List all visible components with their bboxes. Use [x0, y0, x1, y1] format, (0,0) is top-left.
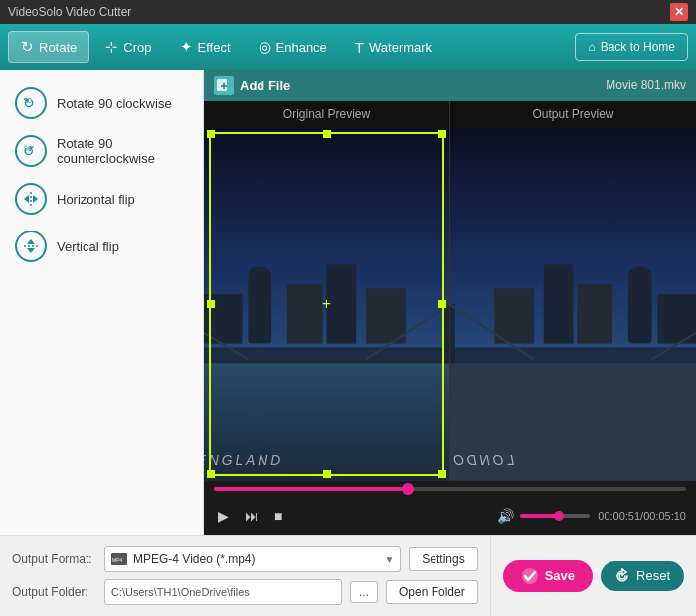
svg-marker-8 — [27, 239, 35, 244]
dropdown-arrow-icon: ▼ — [384, 554, 394, 565]
rotate-tab[interactable]: ↻ Rotate — [8, 31, 89, 63]
vflip-icon — [15, 231, 47, 262]
main-area: ↻ 90 Rotate 90 clockwise ↺ 90 Rotate 90 … — [0, 70, 696, 535]
output-folder-row: Output Folder: C:\Users\TH1\OneDrive\fil… — [12, 579, 478, 605]
rotate-icon: ↻ — [21, 38, 34, 56]
play-button[interactable]: ▶ — [214, 506, 233, 526]
rotate-label: Rotate — [39, 40, 77, 55]
crop-tab[interactable]: ⊹ Crop — [93, 32, 163, 62]
svg-rect-35 — [577, 284, 612, 343]
left-panel: ↻ 90 Rotate 90 clockwise ↺ 90 Rotate 90 … — [0, 70, 204, 535]
bottom-actions: Save Reset — [490, 536, 696, 616]
stop-button[interactable]: ■ — [270, 506, 286, 526]
original-preview-label: Original Preview — [204, 101, 449, 127]
save-button[interactable]: Save — [503, 560, 593, 592]
time-current: 00:00:51 — [598, 510, 640, 522]
svg-marker-5 — [24, 195, 29, 203]
svg-text:90: 90 — [24, 97, 32, 104]
effect-tab[interactable]: ✦ Effect — [168, 32, 243, 62]
hflip-label: Horizontal flip — [57, 192, 135, 207]
rotate-ccw-icon: ↺ 90 — [15, 135, 47, 167]
crop-handle-br[interactable] — [438, 470, 446, 478]
add-file-icon — [214, 76, 234, 95]
crop-handle-tr[interactable] — [438, 130, 446, 138]
original-video-area: LONDON, ENGLAND + — [204, 127, 449, 481]
rotate-cw-label: Rotate 90 clockwise — [57, 96, 172, 111]
effect-icon: ✦ — [180, 38, 193, 56]
mp4-icon: MP4 — [111, 553, 127, 565]
output-video-area: LONDON, ENGLAND — [450, 127, 696, 481]
settings-button[interactable]: Settings — [409, 547, 477, 571]
format-value: MPEG-4 Video (*.mp4) — [133, 552, 256, 566]
volume-thumb[interactable] — [554, 511, 564, 521]
effect-label: Effect — [198, 40, 231, 55]
crop-handle-ml[interactable] — [207, 300, 215, 308]
toolbar: ↻ Rotate ⊹ Crop ✦ Effect ◎ Enhance T Wat… — [0, 24, 696, 70]
close-button[interactable]: ✕ — [670, 3, 688, 21]
crop-handle-mr[interactable] — [438, 300, 446, 308]
scrubber-track[interactable] — [214, 487, 686, 491]
rotate-cw-icon: ↻ 90 — [15, 87, 47, 119]
rotate-90-cw-option[interactable]: ↻ 90 Rotate 90 clockwise — [0, 79, 203, 127]
reset-button[interactable]: Reset — [601, 561, 684, 591]
svg-rect-36 — [544, 264, 574, 343]
time-display: 00:00:51/00:05:10 — [598, 510, 686, 522]
reset-icon — [614, 568, 630, 584]
vertical-flip-option[interactable]: Vertical flip — [0, 223, 203, 270]
watermark-tab[interactable]: T Watermark — [343, 33, 443, 62]
output-preview-panel: Output Preview — [450, 101, 696, 481]
back-home-button[interactable]: ⌂ Back to Home — [575, 33, 688, 61]
browse-folder-button[interactable]: ... — [350, 581, 378, 603]
svg-rect-10 — [217, 79, 227, 91]
hflip-icon — [15, 183, 47, 215]
svg-text:90: 90 — [24, 145, 32, 152]
watermark-icon: T — [355, 39, 364, 56]
add-file-bar: Add File Movie 801.mkv — [204, 70, 696, 101]
scrubber-fill — [214, 487, 408, 491]
output-format-select[interactable]: MP4 MPEG-4 Video (*.mp4) ▼ — [104, 546, 401, 572]
crop-handle-tl[interactable] — [207, 130, 215, 138]
window-title: VideoSolo Video Cutter — [8, 5, 131, 19]
svg-marker-6 — [33, 195, 38, 203]
scrubber-thumb[interactable] — [402, 483, 414, 495]
rotate-90-ccw-option[interactable]: ↺ 90 Rotate 90 counterclockwise — [0, 127, 203, 175]
svg-text:LONDON, ENGLAND: LONDON, ENGLAND — [450, 452, 514, 468]
output-format-label: Output Format: — [12, 552, 96, 566]
horizontal-flip-option[interactable]: Horizontal flip — [0, 175, 203, 223]
add-file-label[interactable]: Add File — [240, 78, 290, 93]
enhance-label: Enhance — [276, 40, 327, 55]
output-format-row: Output Format: MP4 MPEG-4 Video (*.mp4) … — [12, 546, 478, 572]
bottom-fields: Output Format: MP4 MPEG-4 Video (*.mp4) … — [0, 536, 490, 616]
crop-handle-bc[interactable] — [323, 470, 331, 478]
crop-selection-box[interactable]: + — [209, 132, 444, 476]
save-check-icon — [521, 567, 539, 585]
vflip-label: Vertical flip — [57, 239, 119, 254]
bottom-bar: Output Format: MP4 MPEG-4 Video (*.mp4) … — [0, 535, 696, 616]
svg-rect-37 — [494, 288, 534, 343]
output-preview-label: Output Preview — [450, 101, 696, 127]
crop-label: Crop — [123, 40, 151, 55]
svg-text:MP4: MP4 — [112, 557, 123, 563]
crop-handle-bl[interactable] — [207, 470, 215, 478]
open-folder-button[interactable]: Open Folder — [386, 580, 478, 604]
preview-area: Original Preview — [204, 101, 696, 481]
output-video-content: LONDON, ENGLAND — [450, 127, 696, 481]
save-label: Save — [545, 568, 575, 583]
home-icon: ⌂ — [588, 40, 595, 54]
volume-icon: 🔊 — [497, 508, 514, 524]
file-name: Movie 801.mkv — [606, 78, 686, 92]
original-preview-panel: Original Preview — [204, 101, 449, 481]
volume-slider[interactable] — [520, 514, 590, 518]
crop-crosshair: + — [322, 295, 331, 313]
reset-label: Reset — [636, 568, 670, 583]
forward-button[interactable]: ⏭ — [241, 506, 262, 526]
content-area: Add File Movie 801.mkv Original Preview — [204, 70, 696, 535]
rotate-ccw-label: Rotate 90 counterclockwise — [57, 136, 188, 166]
back-home-label: Back to Home — [601, 40, 675, 54]
scrubber-container — [204, 481, 696, 497]
volume-area: 🔊 — [497, 508, 590, 524]
enhance-tab[interactable]: ◎ Enhance — [247, 32, 339, 62]
watermark-label: Watermark — [369, 40, 432, 55]
svg-rect-41 — [450, 304, 455, 363]
crop-handle-tc[interactable] — [323, 130, 331, 138]
